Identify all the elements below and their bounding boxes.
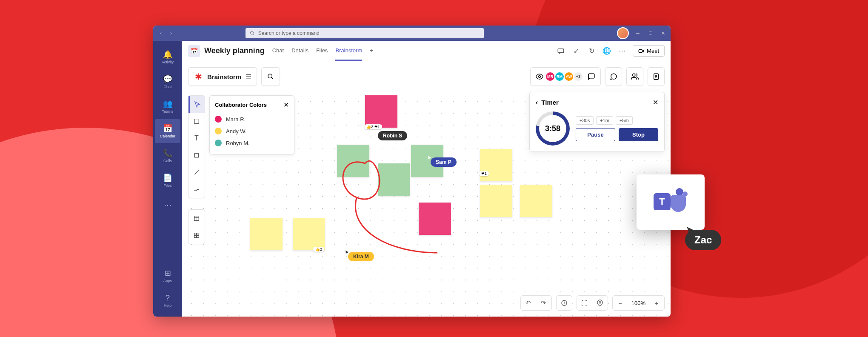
conversation-icon[interactable] [556, 46, 565, 56]
more-options-icon[interactable]: ⋯ [617, 46, 627, 56]
back-icon[interactable]: ‹ [536, 99, 538, 106]
reaction-badge[interactable]: ❤1 [479, 171, 489, 176]
presence-more[interactable]: +3 [573, 71, 583, 82]
timer-add-1m[interactable]: +1m [596, 116, 613, 125]
nav-label: Calls [163, 159, 172, 163]
tool-grid[interactable] [188, 227, 205, 244]
tab-bar: Chat Details Files Brainstorm + [272, 41, 373, 61]
sticky-note[interactable] [480, 185, 512, 217]
close-icon[interactable]: ✕ [653, 98, 658, 106]
tool-shape[interactable] [188, 147, 205, 164]
doc-menu-icon[interactable]: ☰ [246, 73, 251, 81]
nav-calls[interactable]: 📞 Calls [155, 144, 180, 168]
nav-label: Calendar [160, 134, 176, 138]
svg-point-0 [250, 31, 253, 34]
meet-button[interactable]: Meet [633, 45, 665, 57]
collab-name: Robyn M. [226, 140, 250, 146]
nav-apps[interactable]: ⊞ Apps [155, 264, 180, 288]
tool-select[interactable] [188, 96, 205, 113]
chat-button[interactable] [605, 67, 622, 86]
redo-button[interactable]: ↷ [536, 299, 551, 307]
search-placeholder: Search or type a command [258, 30, 320, 36]
nav-chat[interactable]: 💬 Chat [155, 70, 180, 94]
app-window: ‹ › Search or type a command ─ ☐ ✕ 🔔 Act… [153, 26, 671, 317]
sticky-note[interactable] [419, 203, 451, 235]
presence-avatar[interactable]: MR [545, 71, 555, 82]
presence-avatar[interactable]: AW [564, 71, 574, 82]
presence-avatar[interactable]: RM [554, 71, 565, 82]
nav-files[interactable]: 📄 Files [155, 168, 180, 192]
zoom-in-button[interactable]: + [649, 300, 664, 307]
close-icon[interactable]: ✕ [283, 101, 289, 109]
svg-point-23 [599, 302, 601, 303]
svg-rect-21 [197, 236, 199, 238]
doc-title-bar: ✱ Brainstorm ☰ [188, 67, 257, 86]
timer-add-5m[interactable]: +5m [616, 116, 633, 125]
timer-pause-button[interactable]: Pause [576, 128, 615, 141]
tool-frame[interactable] [188, 210, 205, 227]
nav-activity[interactable]: 🔔 Activity [155, 45, 180, 69]
help-icon: ? [166, 294, 170, 303]
comment-icon[interactable] [588, 73, 595, 80]
timer-add-30s[interactable]: +30s [576, 116, 594, 125]
zoom-out-button[interactable]: − [613, 300, 628, 307]
notes-button[interactable] [648, 67, 665, 86]
nav-back-icon[interactable]: ‹ [157, 29, 165, 37]
add-tab-button[interactable]: + [370, 41, 373, 61]
cursor-sam: Sam P [431, 157, 457, 167]
expand-icon[interactable]: ⤢ [571, 46, 581, 56]
search-input[interactable]: Search or type a command [246, 28, 484, 38]
history-button[interactable] [557, 300, 572, 306]
teams-logo-icon: T [654, 187, 688, 217]
svg-rect-20 [194, 236, 197, 238]
tool-freehand[interactable] [188, 181, 205, 198]
user-avatar[interactable] [617, 27, 629, 39]
nav-label: Teams [162, 109, 174, 114]
refresh-icon[interactable]: ↻ [587, 46, 596, 56]
tool-text[interactable]: T [188, 130, 205, 147]
tool-sticky[interactable] [188, 113, 205, 130]
nav-label: Chat [163, 85, 171, 89]
timer-stop-button[interactable]: Stop [619, 128, 658, 141]
sticky-note[interactable] [365, 95, 397, 128]
search-icon [250, 31, 255, 36]
tool-line[interactable] [188, 164, 205, 181]
tab-chat[interactable]: Chat [272, 41, 284, 61]
nav-help[interactable]: ? Help [155, 288, 180, 312]
teams-icon: 👥 [163, 99, 172, 109]
sticky-note[interactable] [293, 218, 325, 250]
calendar-icon: 📅 [163, 124, 172, 133]
tab-details[interactable]: Details [291, 41, 308, 61]
collaborators-button[interactable] [626, 67, 643, 86]
fullscreen-button[interactable]: ⛶ [577, 300, 592, 307]
minimize-button[interactable]: ─ [634, 29, 642, 37]
sticky-note[interactable] [480, 149, 512, 181]
nav-label: Activity [162, 60, 174, 64]
tool-tray: T [188, 95, 205, 198]
color-dot [215, 140, 222, 146]
left-nav: 🔔 Activity 💬 Chat 👥 Teams 📅 Calendar 📞 C… [153, 41, 182, 317]
sticky-note[interactable] [520, 185, 552, 217]
maximize-button[interactable]: ☐ [647, 29, 654, 37]
timer-panel: ‹ Timer ✕ 3:58 +30s +1m +5m [529, 92, 665, 152]
more-icon: ⋯ [164, 200, 171, 210]
nav-teams[interactable]: 👥 Teams [155, 94, 180, 118]
eye-icon[interactable] [536, 73, 543, 80]
close-button[interactable]: ✕ [660, 29, 667, 37]
sticky-note[interactable] [250, 218, 283, 250]
apps-icon: ⊞ [165, 268, 171, 278]
tab-files[interactable]: Files [316, 41, 328, 61]
globe-icon[interactable]: 🌐 [602, 46, 611, 56]
tool-tray-2 [188, 209, 205, 244]
undo-button[interactable]: ↶ [521, 299, 536, 307]
chat-icon: 💬 [163, 74, 172, 84]
doc-search-button[interactable] [261, 67, 280, 86]
nav-forward-icon[interactable]: › [167, 29, 175, 37]
nav-more[interactable]: ⋯ [155, 193, 180, 217]
sticky-note[interactable] [378, 163, 410, 196]
reaction-badge[interactable]: 👍2 [313, 247, 324, 252]
tab-brainstorm[interactable]: Brainstorm [335, 41, 362, 61]
sticky-note[interactable] [337, 145, 369, 177]
nav-calendar[interactable]: 📅 Calendar [155, 119, 180, 143]
location-button[interactable] [592, 300, 608, 306]
